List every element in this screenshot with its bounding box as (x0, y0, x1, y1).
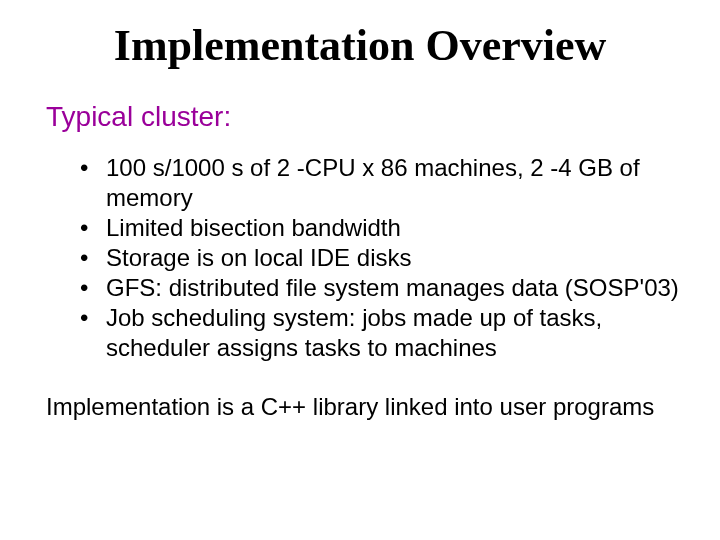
list-item: GFS: distributed file system manages dat… (80, 273, 680, 303)
footer-text: Implementation is a C++ library linked i… (46, 393, 680, 421)
slide: Implementation Overview Typical cluster:… (0, 0, 720, 540)
list-item: Limited bisection bandwidth (80, 213, 680, 243)
bullet-list: 100 s/1000 s of 2 -CPU x 86 machines, 2 … (80, 153, 680, 363)
list-item: 100 s/1000 s of 2 -CPU x 86 machines, 2 … (80, 153, 680, 213)
list-item: Job scheduling system: jobs made up of t… (80, 303, 680, 363)
section-label: Typical cluster: (46, 101, 680, 133)
list-item: Storage is on local IDE disks (80, 243, 680, 273)
slide-title: Implementation Overview (40, 10, 680, 71)
